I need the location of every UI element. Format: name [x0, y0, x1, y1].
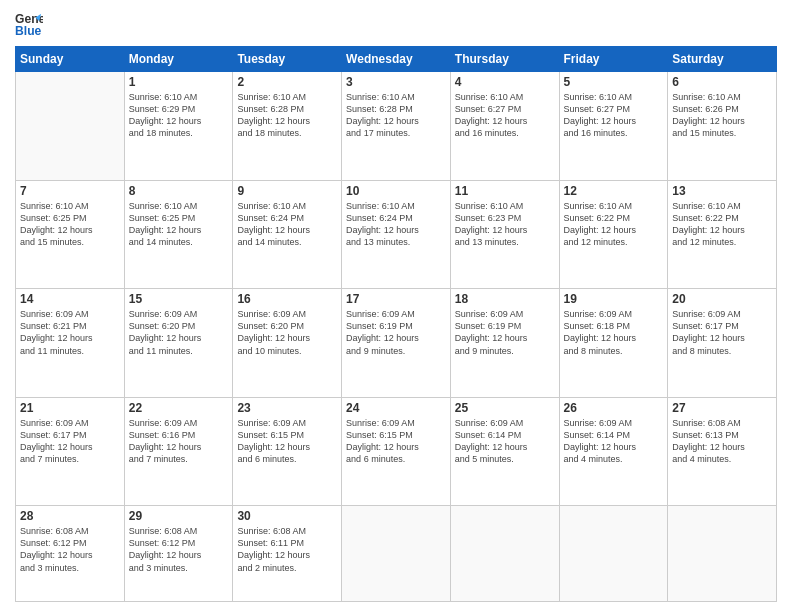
calendar-cell: 18Sunrise: 6:09 AM Sunset: 6:19 PM Dayli… [450, 289, 559, 398]
day-number: 8 [129, 184, 229, 198]
weekday-header: Saturday [668, 47, 777, 72]
day-info: Sunrise: 6:09 AM Sunset: 6:17 PM Dayligh… [20, 417, 120, 466]
calendar-cell: 13Sunrise: 6:10 AM Sunset: 6:22 PM Dayli… [668, 180, 777, 289]
day-info: Sunrise: 6:08 AM Sunset: 6:12 PM Dayligh… [129, 525, 229, 574]
day-number: 24 [346, 401, 446, 415]
weekday-header: Friday [559, 47, 668, 72]
weekday-header: Wednesday [342, 47, 451, 72]
day-number: 23 [237, 401, 337, 415]
calendar-cell [559, 506, 668, 602]
calendar-cell: 15Sunrise: 6:09 AM Sunset: 6:20 PM Dayli… [124, 289, 233, 398]
page: General Blue SundayMondayTuesdayWednesda… [0, 0, 792, 612]
calendar-cell [450, 506, 559, 602]
calendar-cell: 1Sunrise: 6:10 AM Sunset: 6:29 PM Daylig… [124, 72, 233, 181]
day-info: Sunrise: 6:10 AM Sunset: 6:25 PM Dayligh… [20, 200, 120, 249]
calendar-cell: 9Sunrise: 6:10 AM Sunset: 6:24 PM Daylig… [233, 180, 342, 289]
day-number: 21 [20, 401, 120, 415]
calendar-cell: 17Sunrise: 6:09 AM Sunset: 6:19 PM Dayli… [342, 289, 451, 398]
day-number: 20 [672, 292, 772, 306]
day-info: Sunrise: 6:10 AM Sunset: 6:23 PM Dayligh… [455, 200, 555, 249]
day-number: 25 [455, 401, 555, 415]
week-row: 28Sunrise: 6:08 AM Sunset: 6:12 PM Dayli… [16, 506, 777, 602]
calendar-cell: 24Sunrise: 6:09 AM Sunset: 6:15 PM Dayli… [342, 397, 451, 506]
weekday-header: Sunday [16, 47, 125, 72]
calendar-cell [668, 506, 777, 602]
day-number: 3 [346, 75, 446, 89]
weekday-header: Monday [124, 47, 233, 72]
logo-icon: General Blue [15, 10, 43, 38]
day-number: 22 [129, 401, 229, 415]
calendar-cell: 5Sunrise: 6:10 AM Sunset: 6:27 PM Daylig… [559, 72, 668, 181]
day-number: 10 [346, 184, 446, 198]
calendar-cell: 16Sunrise: 6:09 AM Sunset: 6:20 PM Dayli… [233, 289, 342, 398]
day-info: Sunrise: 6:10 AM Sunset: 6:29 PM Dayligh… [129, 91, 229, 140]
week-row: 1Sunrise: 6:10 AM Sunset: 6:29 PM Daylig… [16, 72, 777, 181]
weekday-header: Tuesday [233, 47, 342, 72]
day-info: Sunrise: 6:09 AM Sunset: 6:16 PM Dayligh… [129, 417, 229, 466]
calendar-cell: 27Sunrise: 6:08 AM Sunset: 6:13 PM Dayli… [668, 397, 777, 506]
calendar-cell [342, 506, 451, 602]
day-info: Sunrise: 6:10 AM Sunset: 6:22 PM Dayligh… [672, 200, 772, 249]
calendar-cell: 6Sunrise: 6:10 AM Sunset: 6:26 PM Daylig… [668, 72, 777, 181]
day-number: 5 [564, 75, 664, 89]
calendar-cell: 10Sunrise: 6:10 AM Sunset: 6:24 PM Dayli… [342, 180, 451, 289]
calendar-cell: 20Sunrise: 6:09 AM Sunset: 6:17 PM Dayli… [668, 289, 777, 398]
header: General Blue [15, 10, 777, 38]
day-number: 26 [564, 401, 664, 415]
day-info: Sunrise: 6:09 AM Sunset: 6:15 PM Dayligh… [237, 417, 337, 466]
day-info: Sunrise: 6:09 AM Sunset: 6:21 PM Dayligh… [20, 308, 120, 357]
calendar-cell: 3Sunrise: 6:10 AM Sunset: 6:28 PM Daylig… [342, 72, 451, 181]
day-number: 15 [129, 292, 229, 306]
day-info: Sunrise: 6:10 AM Sunset: 6:26 PM Dayligh… [672, 91, 772, 140]
day-info: Sunrise: 6:09 AM Sunset: 6:17 PM Dayligh… [672, 308, 772, 357]
week-row: 7Sunrise: 6:10 AM Sunset: 6:25 PM Daylig… [16, 180, 777, 289]
calendar-cell: 29Sunrise: 6:08 AM Sunset: 6:12 PM Dayli… [124, 506, 233, 602]
calendar-cell: 4Sunrise: 6:10 AM Sunset: 6:27 PM Daylig… [450, 72, 559, 181]
day-info: Sunrise: 6:10 AM Sunset: 6:27 PM Dayligh… [564, 91, 664, 140]
calendar-table: SundayMondayTuesdayWednesdayThursdayFrid… [15, 46, 777, 602]
day-info: Sunrise: 6:09 AM Sunset: 6:20 PM Dayligh… [129, 308, 229, 357]
calendar-cell: 21Sunrise: 6:09 AM Sunset: 6:17 PM Dayli… [16, 397, 125, 506]
day-number: 9 [237, 184, 337, 198]
logo: General Blue [15, 10, 43, 38]
day-number: 6 [672, 75, 772, 89]
calendar-cell: 26Sunrise: 6:09 AM Sunset: 6:14 PM Dayli… [559, 397, 668, 506]
day-info: Sunrise: 6:09 AM Sunset: 6:18 PM Dayligh… [564, 308, 664, 357]
calendar-cell: 7Sunrise: 6:10 AM Sunset: 6:25 PM Daylig… [16, 180, 125, 289]
day-info: Sunrise: 6:09 AM Sunset: 6:19 PM Dayligh… [455, 308, 555, 357]
week-row: 21Sunrise: 6:09 AM Sunset: 6:17 PM Dayli… [16, 397, 777, 506]
day-info: Sunrise: 6:10 AM Sunset: 6:22 PM Dayligh… [564, 200, 664, 249]
calendar-cell: 25Sunrise: 6:09 AM Sunset: 6:14 PM Dayli… [450, 397, 559, 506]
day-number: 11 [455, 184, 555, 198]
day-info: Sunrise: 6:08 AM Sunset: 6:13 PM Dayligh… [672, 417, 772, 466]
calendar-cell: 14Sunrise: 6:09 AM Sunset: 6:21 PM Dayli… [16, 289, 125, 398]
svg-text:Blue: Blue [15, 24, 42, 38]
day-info: Sunrise: 6:09 AM Sunset: 6:19 PM Dayligh… [346, 308, 446, 357]
calendar-cell: 19Sunrise: 6:09 AM Sunset: 6:18 PM Dayli… [559, 289, 668, 398]
day-number: 12 [564, 184, 664, 198]
day-info: Sunrise: 6:09 AM Sunset: 6:14 PM Dayligh… [455, 417, 555, 466]
day-info: Sunrise: 6:10 AM Sunset: 6:27 PM Dayligh… [455, 91, 555, 140]
calendar-cell: 8Sunrise: 6:10 AM Sunset: 6:25 PM Daylig… [124, 180, 233, 289]
day-number: 16 [237, 292, 337, 306]
day-number: 2 [237, 75, 337, 89]
calendar-cell: 30Sunrise: 6:08 AM Sunset: 6:11 PM Dayli… [233, 506, 342, 602]
day-info: Sunrise: 6:10 AM Sunset: 6:28 PM Dayligh… [237, 91, 337, 140]
calendar-cell: 11Sunrise: 6:10 AM Sunset: 6:23 PM Dayli… [450, 180, 559, 289]
day-number: 14 [20, 292, 120, 306]
calendar-cell: 22Sunrise: 6:09 AM Sunset: 6:16 PM Dayli… [124, 397, 233, 506]
day-number: 30 [237, 509, 337, 523]
day-info: Sunrise: 6:10 AM Sunset: 6:28 PM Dayligh… [346, 91, 446, 140]
day-number: 18 [455, 292, 555, 306]
day-info: Sunrise: 6:08 AM Sunset: 6:12 PM Dayligh… [20, 525, 120, 574]
day-info: Sunrise: 6:10 AM Sunset: 6:25 PM Dayligh… [129, 200, 229, 249]
calendar-cell: 23Sunrise: 6:09 AM Sunset: 6:15 PM Dayli… [233, 397, 342, 506]
day-number: 28 [20, 509, 120, 523]
day-number: 27 [672, 401, 772, 415]
day-number: 7 [20, 184, 120, 198]
day-number: 13 [672, 184, 772, 198]
weekday-header-row: SundayMondayTuesdayWednesdayThursdayFrid… [16, 47, 777, 72]
day-number: 19 [564, 292, 664, 306]
day-number: 29 [129, 509, 229, 523]
day-info: Sunrise: 6:10 AM Sunset: 6:24 PM Dayligh… [346, 200, 446, 249]
